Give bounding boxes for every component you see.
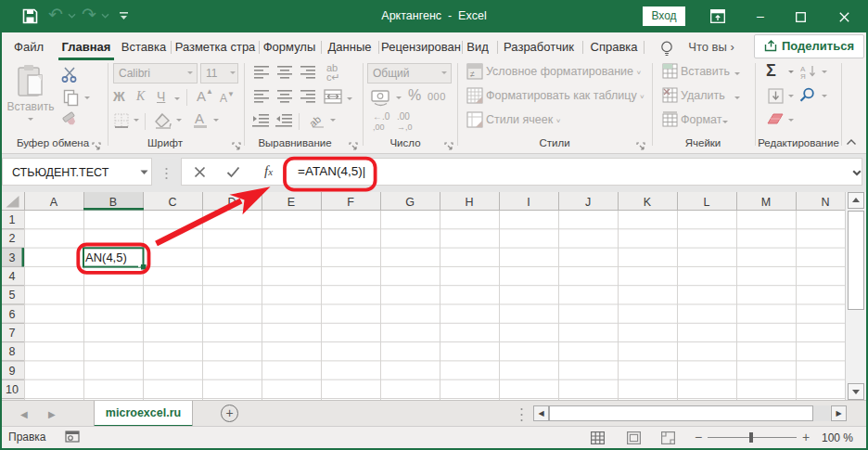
svg-text:H: H	[465, 196, 473, 209]
svg-text:≠: ≠	[470, 70, 475, 79]
svg-text:8: 8	[9, 345, 16, 358]
svg-text:M: M	[761, 196, 771, 209]
svg-text:2: 2	[9, 232, 16, 245]
svg-text:G: G	[405, 196, 415, 209]
svg-text:N: N	[821, 196, 829, 209]
svg-text:D: D	[227, 196, 236, 209]
svg-text:C: C	[168, 196, 176, 209]
svg-text:9: 9	[9, 365, 16, 378]
svg-text:7: 7	[9, 327, 16, 340]
svg-text:E: E	[287, 196, 295, 209]
svg-text:AN(4,5): AN(4,5)	[85, 251, 127, 264]
svg-text:A: A	[50, 196, 58, 209]
svg-text:Я: Я	[800, 72, 806, 79]
svg-text:1: 1	[9, 213, 16, 226]
svg-text:6: 6	[9, 308, 16, 321]
svg-text:4: 4	[9, 270, 16, 283]
svg-text:5: 5	[9, 289, 16, 302]
svg-text:3: 3	[9, 251, 16, 264]
svg-text:F: F	[347, 196, 354, 209]
svg-text:K: K	[644, 196, 652, 209]
svg-text:J: J	[585, 196, 591, 209]
svg-text:10: 10	[6, 383, 19, 396]
svg-text:I: I	[527, 196, 530, 209]
svg-text:B: B	[109, 196, 117, 209]
svg-text:L: L	[704, 196, 710, 209]
